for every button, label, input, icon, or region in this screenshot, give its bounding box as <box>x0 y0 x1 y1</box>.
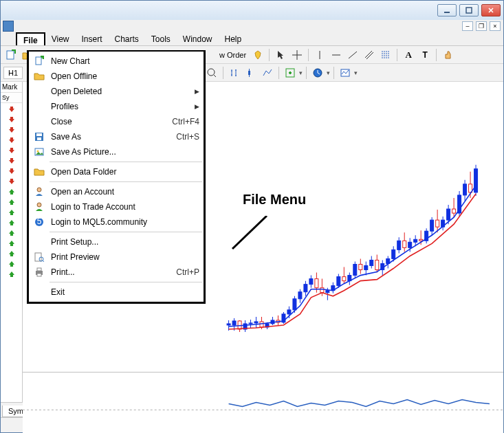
menu-file[interactable]: File <box>16 32 45 45</box>
svg-rect-4 <box>248 71 250 75</box>
maximize-button[interactable] <box>459 4 479 16</box>
mdi-controls: – ❐ × <box>1 20 503 32</box>
svg-rect-79 <box>419 239 423 241</box>
menu-item-open-an-account[interactable]: Open an Account <box>29 184 204 199</box>
menu-item-login-to-mql5-community[interactable]: 5Login to MQL5.community <box>29 214 204 230</box>
menu-charts[interactable]: Charts <box>108 32 144 45</box>
horizontal-line-button[interactable] <box>329 47 344 63</box>
new-chart-toolbar-button[interactable] <box>3 47 19 63</box>
thumbs-icon[interactable] <box>440 47 455 63</box>
timeframe-label[interactable]: H1 <box>3 67 23 79</box>
market-watch-col: Sy <box>1 93 22 103</box>
svg-rect-19 <box>254 322 258 323</box>
candle-chart-button[interactable] <box>243 65 259 80</box>
menu-item-close[interactable]: CloseCtrl+F4 <box>29 114 204 129</box>
menu-item-open-data-folder[interactable]: Open Data Folder <box>29 164 204 179</box>
arrow-down-icon <box>8 136 16 144</box>
menu-item-open-deleted[interactable]: Open Deleted▶ <box>29 84 204 99</box>
svg-rect-49 <box>337 277 340 286</box>
svg-rect-89 <box>447 209 450 220</box>
text-button[interactable]: A <box>401 47 416 63</box>
bar-chart-button[interactable] <box>227 65 242 80</box>
menu-item-login-to-trade-account[interactable]: Login to Trade Account <box>29 199 204 214</box>
arrow-down-icon <box>8 146 16 155</box>
annotation-label: File Menu <box>243 192 306 208</box>
svg-rect-39 <box>309 279 313 285</box>
submenu-arrow-icon: ▶ <box>195 103 199 110</box>
menu-item-save-as[interactable]: Save AsCtrl+S <box>29 129 204 144</box>
file-menu-dropdown: New ChartOpen OfflineOpen Deleted▶Profil… <box>27 50 206 304</box>
expert-advisors-button[interactable] <box>250 47 265 63</box>
periodicity-button[interactable] <box>310 65 325 80</box>
new-chart-icon <box>32 56 47 67</box>
chart-area[interactable]: New ChartOpen OfflineOpen Deleted▶Profil… <box>23 82 503 402</box>
svg-point-101 <box>41 57 43 58</box>
zoom-in-button[interactable] <box>204 65 219 80</box>
vertical-line-button[interactable] <box>312 47 327 63</box>
mql5-icon: 5 <box>32 216 47 227</box>
account-icon <box>32 186 47 197</box>
cursor-button[interactable] <box>273 47 288 63</box>
templates-button[interactable] <box>338 65 353 80</box>
minimize-button[interactable] <box>437 4 457 16</box>
crosshair-button[interactable] <box>289 47 305 63</box>
arrow-up-icon <box>8 229 16 237</box>
print-icon <box>32 267 47 278</box>
submenu-arrow-icon: ▶ <box>195 88 199 95</box>
fibonacci-button[interactable] <box>378 47 393 63</box>
menu-item-save-as-picture[interactable]: Save As Picture... <box>29 144 204 159</box>
menu-view[interactable]: View <box>45 32 76 45</box>
arrow-up-icon <box>8 249 16 258</box>
menu-item-exit[interactable]: Exit <box>29 285 204 300</box>
new-order-label[interactable]: w Order <box>217 51 249 59</box>
menu-help[interactable]: Help <box>219 32 248 45</box>
svg-rect-73 <box>403 241 406 247</box>
preview-icon <box>32 252 47 263</box>
svg-rect-57 <box>359 265 362 270</box>
svg-rect-100 <box>36 57 41 65</box>
svg-rect-77 <box>414 239 417 242</box>
mdi-restore-button[interactable]: ❐ <box>476 21 487 31</box>
arrow-up-icon <box>8 198 16 206</box>
svg-rect-35 <box>298 292 302 299</box>
menu-tools[interactable]: Tools <box>145 32 177 45</box>
indicator-chart <box>23 373 503 433</box>
trendline-button[interactable] <box>345 47 360 63</box>
svg-rect-41 <box>315 279 318 288</box>
svg-rect-99 <box>474 169 478 192</box>
channel-button[interactable] <box>362 47 377 63</box>
svg-rect-103 <box>36 133 42 136</box>
menu-item-print-preview[interactable]: Print Preview <box>29 249 204 265</box>
svg-point-108 <box>37 203 41 207</box>
close-button[interactable] <box>481 4 501 16</box>
arrow-up-icon <box>8 270 16 278</box>
market-watch-header: Mark <box>1 82 22 93</box>
svg-rect-114 <box>37 268 41 271</box>
menu-item-new-chart[interactable]: New Chart <box>29 54 204 69</box>
line-chart-button[interactable] <box>260 65 275 80</box>
svg-rect-75 <box>408 242 412 247</box>
market-watch-panel[interactable]: Mark Sy <box>1 82 23 402</box>
arrow-down-icon <box>8 177 16 186</box>
indicators-button[interactable] <box>283 65 298 80</box>
arrow-down-icon <box>8 105 16 113</box>
menu-window[interactable]: Window <box>177 32 219 45</box>
mdi-minimize-button[interactable]: – <box>462 21 473 31</box>
app-window: – ❐ × FileViewInsertChartsToolsWindowHel… <box>0 0 504 433</box>
svg-rect-43 <box>320 288 324 293</box>
menu-insert[interactable]: Insert <box>75 32 108 45</box>
title-bar <box>1 1 503 20</box>
annotation-arrow <box>229 216 270 257</box>
menu-item-open-offline[interactable]: Open Offline <box>29 69 204 84</box>
menu-item-profiles[interactable]: Profiles▶ <box>29 99 204 114</box>
svg-rect-59 <box>364 266 368 270</box>
mdi-close-button[interactable]: × <box>490 21 501 31</box>
svg-rect-2 <box>7 51 14 59</box>
svg-rect-63 <box>375 260 379 269</box>
text-label-button[interactable]: T <box>417 47 432 63</box>
svg-rect-51 <box>342 277 346 281</box>
menu-item-print-setup[interactable]: Print Setup... <box>29 234 204 249</box>
menu-item-print[interactable]: Print...Ctrl+P <box>29 265 204 280</box>
app-icon <box>3 21 14 32</box>
svg-rect-17 <box>249 323 252 324</box>
